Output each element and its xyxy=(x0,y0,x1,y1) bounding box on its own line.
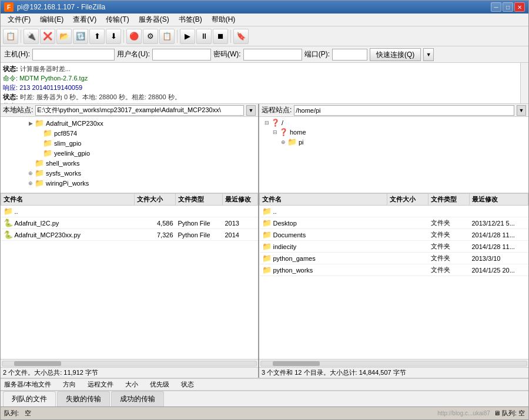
remote-location-dropdown[interactable]: ▼ xyxy=(517,105,526,116)
menu-help[interactable]: 帮助(H) xyxy=(207,14,240,26)
toolbar-btn-3[interactable]: ❌ xyxy=(40,29,55,44)
app-icon: F xyxy=(4,2,14,12)
col-filename[interactable]: 文件名 xyxy=(260,194,387,206)
tree-item-pi[interactable]: ⊕ 📁 pi xyxy=(259,137,528,147)
remote-file-row-2[interactable]: 📁indiecity 文件夹 2014/1/28 11... xyxy=(260,241,528,253)
titlebar-title: pi@192.168.1.107 - FileZilla xyxy=(17,3,105,11)
queue-value: 空 xyxy=(25,409,31,418)
toolbar-sep-3 xyxy=(177,30,178,43)
col-filesize[interactable]: 文件大小 xyxy=(387,194,428,206)
col-modified[interactable]: 最近修改 xyxy=(470,194,528,206)
tab-success[interactable]: 成功的传输 xyxy=(111,391,164,406)
col-filetype[interactable]: 文件类型 xyxy=(428,194,470,206)
local-location-input[interactable] xyxy=(35,105,244,116)
local-file-list: 文件名 文件大小 文件类型 最近修改 📁.. xyxy=(1,193,258,359)
remote-location-input[interactable] xyxy=(294,105,514,116)
local-table-header: 文件名 文件大小 文件类型 最近修改 xyxy=(1,194,258,206)
file-name-cell: 📁python_works xyxy=(260,264,387,276)
tree-expander[interactable]: ⊟ xyxy=(271,129,279,135)
tree-expander[interactable]: ⊟ xyxy=(263,120,271,126)
remote-file-row-1[interactable]: 📁Documents 文件夹 2014/1/28 11... xyxy=(260,229,528,241)
log-line-3: 响应: 213 20140119140059 xyxy=(3,83,526,92)
local-hscroll-thumb[interactable] xyxy=(14,361,61,366)
remote-file-row-parent[interactable]: 📁.. xyxy=(260,206,528,217)
tab-failed[interactable]: 失败的传输 xyxy=(57,391,110,406)
file-size-cell xyxy=(387,264,428,276)
toolbar-btn-8[interactable]: 🔴 xyxy=(126,29,142,44)
tree-item-adafruit[interactable]: ▶ 📁 Adafruit_MCP230xx xyxy=(1,118,258,128)
remote-status-text: 3 个文件和 12 个目录。大小总计: 14,844,507 字节 xyxy=(262,368,406,377)
pass-input[interactable] xyxy=(243,49,302,61)
local-file-row-parent[interactable]: 📁.. xyxy=(1,206,258,217)
tree-item-shell[interactable]: 📁 shell_works xyxy=(1,158,258,168)
question-icon: ❓ xyxy=(271,119,280,127)
tree-label: yeelink_gpio xyxy=(54,150,90,157)
remote-file-row-4[interactable]: 📁python_works 文件夹 2014/1/25 20... xyxy=(260,264,528,276)
tree-item-sysfs[interactable]: ⊕ 📁 sysfs_works xyxy=(1,168,258,178)
toolbar-btn-7[interactable]: ⬇ xyxy=(106,29,121,44)
toolbar-btn-5[interactable]: 🔃 xyxy=(73,29,88,44)
menu-bookmarks[interactable]: 书签(B) xyxy=(174,14,207,26)
menu-view[interactable]: 查看(V) xyxy=(68,14,101,26)
tree-item-root[interactable]: ⊟ ❓ / xyxy=(259,118,528,127)
folder-icon: 📁 xyxy=(262,242,272,251)
maximize-button[interactable]: □ xyxy=(503,2,513,12)
local-file-row-0[interactable]: 🐍Adafruit_I2C.py 4,586 Python File 2013 xyxy=(1,217,258,229)
col-filesize[interactable]: 文件大小 xyxy=(135,194,176,206)
close-button[interactable]: ✕ xyxy=(514,2,525,12)
file-modified-cell: 2013 xyxy=(223,217,258,229)
port-input[interactable] xyxy=(332,49,367,61)
toolbar-btn-2[interactable]: 🔌 xyxy=(24,29,39,44)
toolbar-btn-6[interactable]: ⬆ xyxy=(89,29,105,44)
host-input[interactable] xyxy=(32,49,115,61)
local-hscroll[interactable] xyxy=(1,359,258,367)
local-location-dropdown[interactable]: ▼ xyxy=(246,105,256,116)
toolbar-btn-10[interactable]: 📋 xyxy=(159,29,175,44)
tree-expander[interactable]: ⊕ xyxy=(279,139,287,145)
menu-server[interactable]: 服务器(S) xyxy=(134,14,174,26)
toolbar-btn-14[interactable]: 🔖 xyxy=(233,29,249,44)
remote-file-row-3[interactable]: 📁python_games 文件夹 2013/3/10 xyxy=(260,253,528,264)
toolbar-btn-11[interactable]: ▶ xyxy=(180,29,195,44)
toolbar-btn-4[interactable]: 📂 xyxy=(56,29,72,44)
toolbar-btn-13[interactable]: ⏹ xyxy=(213,29,228,44)
file-type-cell: Python File xyxy=(176,229,223,241)
local-file-row-1[interactable]: 🐍Adafruit_MCP230xx.py 7,326 Python File … xyxy=(1,229,258,241)
file-name-cell: 📁.. xyxy=(260,206,387,217)
tree-item-slim[interactable]: 📁 slim_gpio xyxy=(1,138,258,148)
user-input[interactable] xyxy=(152,49,211,61)
tree-expander-wiring[interactable]: ⊕ xyxy=(26,180,35,186)
toolbar-btn-1[interactable]: 📋 xyxy=(3,29,18,44)
tree-item-wiring[interactable]: ⊕ 📁 wiringPi_works xyxy=(1,178,258,188)
tree-item-pcf8574[interactable]: 📁 pcf8574 xyxy=(1,128,258,138)
toolbar-btn-9[interactable]: ⚙ xyxy=(143,29,158,44)
log-key-2: 命令: xyxy=(3,75,18,82)
tab-queue[interactable]: 列队的文件 xyxy=(3,391,56,406)
menu-edit[interactable]: 编辑(E) xyxy=(35,14,68,26)
toolbar-btn-12[interactable]: ⏸ xyxy=(196,29,212,44)
file-modified-cell: 2014/1/25 20... xyxy=(470,264,528,276)
quickconnect-dropdown[interactable]: ▼ xyxy=(423,48,434,61)
menu-transfer[interactable]: 传输(T) xyxy=(101,14,133,26)
tree-label: pcf8574 xyxy=(54,130,77,137)
folder-icon: 📁 xyxy=(262,254,272,263)
col-filename[interactable]: 文件名 xyxy=(1,194,135,206)
tree-item-home[interactable]: ⊟ ❓ home xyxy=(259,127,528,137)
file-size-cell: 4,586 xyxy=(135,217,176,229)
tree-expander[interactable]: ▶ xyxy=(26,120,35,126)
remote-hscroll-thumb[interactable] xyxy=(273,361,320,366)
tree-expander-sysfs[interactable]: ⊕ xyxy=(26,170,35,176)
remote-file-row-0[interactable]: 📁Desktop 文件夹 2013/12/21 5... xyxy=(260,217,528,229)
col-modified[interactable]: 最近修改 xyxy=(223,194,258,206)
tree-item-yeelink[interactable]: 📁 yeelink_gpio xyxy=(1,148,258,158)
file-size-cell xyxy=(135,206,176,217)
col-filetype[interactable]: 文件类型 xyxy=(176,194,223,206)
log-scrollbar[interactable] xyxy=(520,63,528,103)
menu-file[interactable]: 文件(F) xyxy=(3,14,35,26)
file-type-cell: 文件夹 xyxy=(428,241,470,253)
file-type-cell: 文件夹 xyxy=(428,253,470,264)
minimize-button[interactable]: ─ xyxy=(491,2,501,12)
local-location-bar: 本地站点: ▼ xyxy=(1,104,258,117)
quickconnect-button[interactable]: 快速连接(Q) xyxy=(370,48,421,61)
remote-hscroll[interactable] xyxy=(259,359,528,367)
